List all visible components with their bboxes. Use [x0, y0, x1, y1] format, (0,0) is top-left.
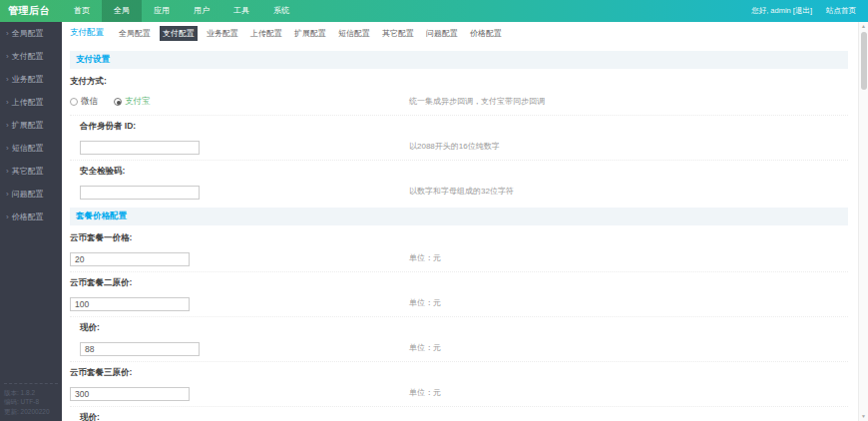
form-field: 合作身份者 ID:以2088开头的16位纯数字: [70, 115, 848, 160]
radio-option[interactable]: 微信: [70, 96, 98, 108]
field-row: 微信支付宝统一集成异步回调，支付宝带同步回调: [70, 92, 848, 110]
tab[interactable]: 价格配置: [467, 26, 505, 41]
tab[interactable]: 业务配置: [204, 26, 241, 41]
breadcrumb[interactable]: 支付配置: [70, 27, 104, 39]
tab-bar-tabs: 全局配置支付配置业务配置上传配置扩展配置短信配置其它配置问题配置价格配置: [116, 26, 511, 41]
text-input[interactable]: [80, 342, 200, 356]
form: 支付设置支付方式:微信支付宝统一集成异步回调，支付宝带同步回调合作身份者 ID:…: [62, 44, 858, 421]
sidebar-menu: ›全局配置›支付配置›业务配置›上传配置›扩展配置›短信配置›其它配置›问题配置…: [0, 22, 62, 228]
sidebar-item-label: 业务配置: [12, 75, 44, 84]
field-help-text: 以数字和字母组成的32位字符: [409, 186, 514, 197]
section-body: 云币套餐一价格:单位：元云币套餐二原价:单位：元现价:单位：元云币套餐三原价:单…: [70, 227, 848, 421]
tab[interactable]: 其它配置: [379, 26, 417, 41]
field-row: 以2088开头的16位纯数字: [70, 137, 848, 155]
updated-text: 更新: 20200220: [4, 407, 58, 417]
nav-item[interactable]: 工具: [221, 0, 261, 22]
nav-item[interactable]: 首页: [62, 0, 102, 22]
section-header: 套餐价格配置: [70, 208, 848, 225]
sidebar-item[interactable]: ›扩展配置: [0, 114, 62, 137]
field-help-text: 单位：元: [409, 342, 441, 353]
section-body: 支付方式:微信支付宝统一集成异步回调，支付宝带同步回调合作身份者 ID:以208…: [70, 71, 848, 205]
tab[interactable]: 支付配置: [160, 26, 198, 41]
sidebar-item-label: 其它配置: [12, 167, 44, 176]
field-row: 以数字和字母组成的32位字符: [70, 182, 848, 200]
chevron-right-icon: ›: [6, 167, 9, 176]
sidebar-item[interactable]: ›支付配置: [0, 45, 62, 68]
chevron-right-icon: ›: [6, 190, 9, 199]
sidebar-item[interactable]: ›业务配置: [0, 68, 62, 91]
top-nav: 首页全局应用用户工具系统: [62, 0, 301, 22]
field-control: 微信支付宝: [70, 92, 409, 110]
chevron-right-icon: ›: [6, 212, 9, 221]
header-user-area: 您好, admin [退出] 站点首页: [751, 0, 868, 22]
sidebar-item-label: 上传配置: [12, 98, 44, 107]
sidebar-item[interactable]: ›上传配置: [0, 91, 62, 114]
field-label: 现价:: [70, 319, 848, 338]
field-help-text: 以2088开头的16位纯数字: [409, 141, 500, 152]
encoding-text: 编码: UTF-8: [4, 397, 58, 407]
vertical-scrollbar[interactable]: ▲ ▼: [858, 22, 868, 421]
tab[interactable]: 上传配置: [247, 26, 285, 41]
sidebar-item-label: 扩展配置: [12, 121, 44, 130]
field-control: [70, 338, 409, 356]
nav-item[interactable]: 全局: [102, 0, 142, 22]
text-input[interactable]: [80, 186, 200, 200]
sidebar-footer: 版本: 1.8.2 编码: UTF-8 更新: 20200220: [4, 383, 58, 417]
scrollbar-thumb[interactable]: [861, 32, 867, 90]
form-field: 云币套餐一价格:单位：元: [70, 227, 848, 271]
text-input[interactable]: [80, 141, 200, 155]
field-help-text: 单位：元: [409, 297, 441, 308]
sidebar: ›全局配置›支付配置›业务配置›上传配置›扩展配置›短信配置›其它配置›问题配置…: [0, 22, 62, 421]
scroll-down-icon[interactable]: ▼: [859, 412, 868, 421]
greeting-text: 您好, admin: [751, 6, 791, 15]
nav-item[interactable]: 系统: [261, 0, 301, 22]
logout-link[interactable]: [退出]: [793, 6, 812, 15]
field-help-text: 统一集成异步回调，支付宝带同步回调: [409, 96, 545, 107]
tab[interactable]: 扩展配置: [291, 26, 329, 41]
sidebar-item[interactable]: ›短信配置: [0, 137, 62, 160]
sidebar-item-label: 全局配置: [12, 29, 44, 38]
text-input[interactable]: [70, 297, 190, 311]
version-text: 版本: 1.8.2: [4, 388, 58, 398]
top-header: 管理后台 首页全局应用用户工具系统 您好, admin [退出] 站点首页: [0, 0, 868, 22]
field-label: 合作身份者 ID:: [70, 118, 848, 137]
tab[interactable]: 问题配置: [423, 26, 461, 41]
field-control: [70, 137, 409, 155]
field-row: 单位：元: [70, 383, 848, 401]
field-label: 支付方式:: [70, 73, 848, 92]
radio-unselected-icon[interactable]: [70, 98, 78, 106]
form-field: 云币套餐二原价:单位：元: [70, 271, 848, 316]
section-header: 支付设置: [70, 51, 848, 69]
text-input[interactable]: [70, 387, 190, 401]
field-label: 现价:: [70, 409, 848, 421]
radio-option[interactable]: 支付宝: [114, 96, 151, 108]
sidebar-item[interactable]: ›价格配置: [0, 206, 62, 228]
field-label: 云币套餐三原价:: [70, 364, 848, 383]
field-help-text: 单位：元: [409, 387, 441, 398]
tab[interactable]: 全局配置: [116, 26, 154, 41]
field-row: 单位：元: [70, 293, 848, 311]
sidebar-item[interactable]: ›全局配置: [0, 22, 62, 45]
field-control: [70, 248, 409, 266]
chevron-right-icon: ›: [6, 144, 9, 153]
nav-item[interactable]: 用户: [182, 0, 221, 22]
form-field: 支付方式:微信支付宝统一集成异步回调，支付宝带同步回调: [70, 71, 848, 115]
sidebar-item[interactable]: ›问题配置: [0, 183, 62, 206]
field-row: 单位：元: [70, 338, 848, 356]
chevron-right-icon: ›: [6, 29, 9, 38]
text-input[interactable]: [70, 252, 190, 266]
sidebar-item[interactable]: ›其它配置: [0, 160, 62, 183]
form-field: 安全检验码:以数字和字母组成的32位字符: [70, 160, 848, 205]
field-row: 单位：元: [70, 248, 848, 266]
radio-label: 微信: [81, 96, 98, 108]
tab[interactable]: 短信配置: [335, 26, 373, 41]
radio-label: 支付宝: [125, 96, 151, 108]
nav-item[interactable]: 应用: [142, 0, 182, 22]
sidebar-item-label: 问题配置: [12, 190, 44, 199]
site-home-link[interactable]: 站点首页: [826, 6, 856, 16]
scroll-up-icon[interactable]: ▲: [859, 22, 868, 31]
field-help-text: 单位：元: [409, 252, 441, 263]
radio-selected-icon[interactable]: [114, 98, 122, 106]
field-label: 安全检验码:: [70, 163, 848, 182]
sidebar-item-label: 价格配置: [12, 212, 44, 221]
